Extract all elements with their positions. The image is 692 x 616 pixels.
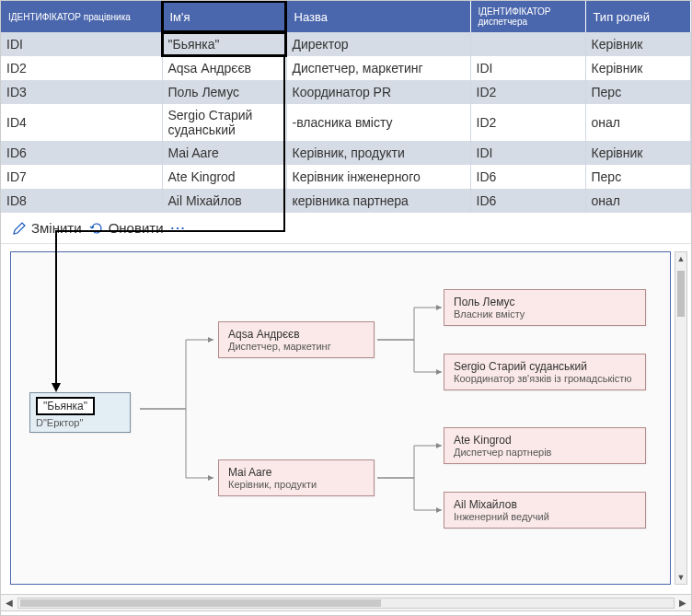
scroll-track[interactable] — [17, 598, 675, 609]
cell-role[interactable]: онал — [585, 189, 691, 213]
cell-role[interactable]: Перс — [585, 165, 691, 189]
diagram-canvas[interactable]: "Бьянка" D"Ерктор" Aqsa Андрєєв Диспетче… — [10, 251, 671, 585]
node-role: Керівник, продукти — [228, 479, 364, 490]
cell-id[interactable]: ID4 — [1, 104, 162, 141]
cell-mgr[interactable]: ID6 — [470, 165, 585, 189]
node-name: Ate Kingrod — [454, 434, 636, 447]
cell-mgr[interactable]: IDI — [470, 141, 585, 165]
scroll-down-arrow[interactable]: ▼ — [675, 573, 686, 582]
cell-name[interactable]: Ate Kingrod — [162, 165, 286, 189]
scroll-left-arrow[interactable]: ◀ — [1, 598, 17, 608]
org-node[interactable]: Ail Міхайлов Інженерний ведучий — [444, 492, 646, 529]
node-role: Координатор зв'язків із громадськістю — [454, 373, 636, 384]
org-node[interactable]: Mai Aare Керівник, продукти — [218, 459, 375, 496]
cell-id[interactable]: ID3 — [1, 80, 162, 104]
cell-id[interactable]: ID7 — [1, 165, 162, 189]
vertical-scrollbar[interactable]: ▲ ▼ — [675, 251, 687, 585]
cell-title[interactable]: Керівник, продукти — [286, 141, 470, 165]
cell-mgr[interactable]: ID2 — [470, 104, 585, 141]
more-button[interactable]: ··· — [171, 221, 187, 235]
col-header-role-type[interactable]: Тип ролей — [585, 1, 691, 32]
table-row[interactable]: ID3 Поль Лемус Координатор PR ID2 Перс — [1, 80, 691, 104]
scroll-right-arrow[interactable]: ▶ — [675, 598, 691, 608]
status-bar: − + 75% — [1, 610, 691, 616]
col-header-manager-id[interactable]: ІДЕНТИФІКАТОР диспетчера — [470, 1, 585, 32]
col-header-employee-id[interactable]: ІДЕНТИФІКАТОР працівника — [1, 1, 162, 32]
node-name: Поль Лемус — [454, 296, 636, 308]
table-row[interactable]: ID7 Ate Kingrod Керівник інженерного ID6… — [1, 165, 691, 189]
node-role: D"Ерктор" — [36, 417, 124, 428]
org-node[interactable]: Поль Лемус Власник вмісту — [444, 289, 646, 326]
refresh-label: Оновити — [109, 220, 164, 236]
org-node-root[interactable]: "Бьянка" D"Ерктор" — [29, 392, 131, 433]
scroll-thumb[interactable] — [20, 599, 381, 607]
cell-mgr[interactable]: IDI — [470, 56, 585, 80]
cell-role[interactable]: Перс — [585, 80, 691, 104]
node-role: Диспетчер, маркетинг — [228, 341, 364, 352]
cell-name[interactable]: Ail Міхайлов — [162, 189, 286, 213]
table-row[interactable]: ID4 Sergio Старий суданський -власника в… — [1, 104, 691, 141]
cell-title[interactable]: Координатор PR — [286, 80, 470, 104]
table-row[interactable]: IDI "Бьянка" Директор Керівник — [1, 32, 691, 56]
node-name: Mai Aare — [228, 466, 364, 479]
node-name: Sergio Старий суданський — [454, 360, 636, 373]
col-header-name[interactable]: Ім'я — [162, 1, 286, 32]
cell-name[interactable]: Aqsa Андрєєв — [162, 56, 286, 80]
cell-title[interactable]: -власника вмісту — [286, 104, 470, 141]
cell-mgr[interactable]: ID2 — [470, 80, 585, 104]
refresh-button[interactable]: Оновити — [89, 220, 164, 236]
cell-role[interactable]: Керівник — [585, 141, 691, 165]
node-role: Диспетчер партнерів — [454, 447, 636, 458]
org-node[interactable]: Sergio Старий суданський Координатор зв'… — [444, 354, 646, 390]
employee-table: ІДЕНТИФІКАТОР працівника Ім'я Назва ІДЕН… — [1, 1, 691, 213]
cell-title[interactable]: керівника партнера — [286, 189, 470, 213]
cell-name[interactable]: "Бьянка" — [162, 32, 286, 56]
scroll-thumb[interactable] — [677, 271, 685, 317]
cell-name[interactable]: Поль Лемус — [162, 80, 286, 104]
node-name: "Бьянка" — [36, 397, 95, 415]
org-node[interactable]: Ate Kingrod Диспетчер партнерів — [444, 427, 646, 464]
cell-id[interactable]: ID6 — [1, 141, 162, 165]
cell-mgr[interactable] — [470, 32, 585, 56]
horizontal-scrollbar[interactable]: ◀ ▶ — [1, 594, 691, 610]
node-name: Aqsa Андрєєв — [228, 328, 364, 341]
cell-role[interactable]: Керівник — [585, 56, 691, 80]
cell-mgr[interactable]: ID6 — [470, 189, 585, 213]
refresh-icon — [89, 221, 104, 236]
node-role: Власник вмісту — [454, 308, 636, 320]
org-node[interactable]: Aqsa Андрєєв Диспетчер, маркетинг — [218, 321, 375, 358]
col-header-title[interactable]: Назва — [286, 1, 470, 32]
cell-id[interactable]: ID2 — [1, 56, 162, 80]
cell-title[interactable]: Керівник інженерного — [286, 165, 470, 189]
cell-title[interactable]: Директор — [286, 32, 470, 56]
cell-id[interactable]: IDI — [1, 32, 162, 56]
cell-name[interactable]: Sergio Старий суданський — [162, 104, 286, 141]
cell-role[interactable]: Керівник — [585, 32, 691, 56]
edit-button[interactable]: Змінити — [12, 220, 82, 236]
table-row[interactable]: ID8 Ail Міхайлов керівника партнера ID6 … — [1, 189, 691, 213]
cell-name[interactable]: Mai Aare — [162, 141, 286, 165]
table-row[interactable]: ID6 Mai Aare Керівник, продукти IDI Кері… — [1, 141, 691, 165]
toolbar: Змінити Оновити ··· — [1, 213, 691, 244]
pencil-icon — [12, 221, 27, 236]
table-row[interactable]: ID2 Aqsa Андрєєв Диспетчер, маркетинг ID… — [1, 56, 691, 80]
cell-role[interactable]: онал — [585, 104, 691, 141]
cell-title[interactable]: Диспетчер, маркетинг — [286, 56, 470, 80]
cell-id[interactable]: ID8 — [1, 189, 162, 213]
node-role: Інженерний ведучий — [454, 511, 636, 522]
node-name: Ail Міхайлов — [454, 498, 636, 511]
scroll-up-arrow[interactable]: ▲ — [675, 254, 686, 263]
edit-label: Змінити — [31, 220, 82, 236]
diagram-viewport: "Бьянка" D"Ерктор" Aqsa Андрєєв Диспетче… — [1, 244, 691, 594]
